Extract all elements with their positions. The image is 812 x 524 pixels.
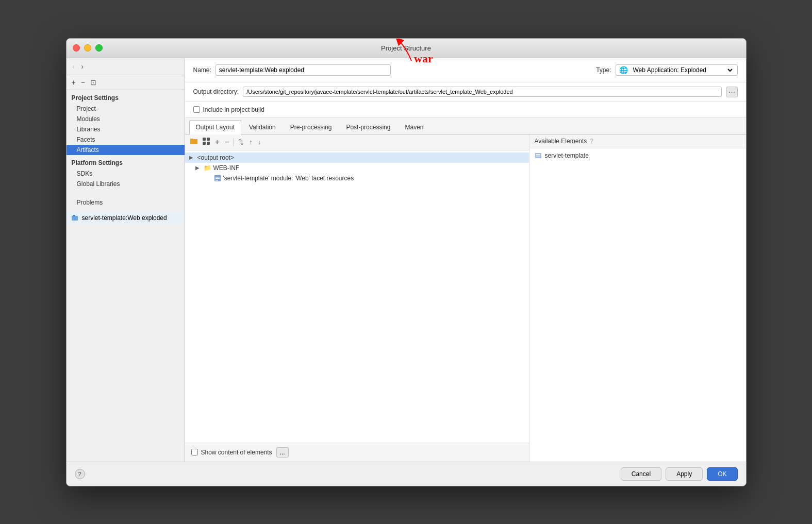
root-item-label: <output root> [197,154,234,161]
svg-rect-2 [203,138,206,141]
tab-output-layout[interactable]: Output Layout [189,120,241,134]
svg-rect-3 [207,138,210,141]
facet-resources-label: 'servlet-template' module: 'Web' facet r… [223,175,354,182]
ok-button[interactable]: OK [707,467,737,481]
window-title: Project Structure [381,44,431,52]
available-help-icon: ? [590,138,593,145]
main-content: ‹ › + − ⊡ Project Settings Project Modul… [67,58,746,462]
minimize-button[interactable] [84,44,91,52]
facet-resources-item[interactable]: 'servlet-template' module: 'Web' facet r… [185,173,529,183]
svg-rect-11 [536,154,540,155]
svg-rect-0 [72,216,78,221]
forward-button[interactable]: › [79,61,86,72]
apply-button[interactable]: Apply [666,467,703,481]
output-dir-bar: Output directory: ⋯ [185,82,746,102]
back-button[interactable]: ‹ [71,61,77,72]
show-content-label: Show content of elements [201,449,272,456]
right-panel: Name: Type: 🌐 Web Application: Exploded … [185,58,746,462]
show-content-wrapper: Show content of elements [191,449,272,456]
cancel-button[interactable]: Cancel [621,467,661,481]
remove-item-button[interactable]: − [79,77,87,88]
output-up-button[interactable]: ↑ [247,137,255,147]
output-tree-toolbar: + − ⇅ ↑ ↓ [185,134,529,150]
tab-maven[interactable]: Maven [398,120,430,134]
footer-left: ? [75,469,85,479]
project-settings-header: Project Settings [67,90,185,104]
svg-rect-5 [207,142,210,145]
output-down-button[interactable]: ↓ [256,137,263,147]
sidebar-item-problems[interactable]: Problems [67,197,185,208]
footer-right: Cancel Apply OK [621,467,738,481]
svg-rect-1 [73,215,75,216]
web-app-icon: 🌐 [619,66,628,74]
webinf-expand-arrow: ▶ [195,165,202,171]
output-dir-browse-button[interactable]: ⋯ [726,87,738,97]
output-dir-input[interactable] [243,87,721,97]
name-input[interactable] [216,64,391,76]
type-label: Type: [596,66,611,74]
available-item-servlet-template[interactable]: servlet-template [529,150,746,161]
svg-rect-9 [216,180,218,181]
svg-rect-8 [216,178,220,179]
output-folder-button[interactable] [188,137,200,147]
output-sort-button[interactable]: ⇅ [236,137,246,147]
window-controls [73,44,103,52]
module-icon [535,152,542,159]
artifact-header: Name: Type: 🌐 Web Application: Exploded [185,58,746,82]
sidebar-item-global-libraries[interactable]: Global Libraries [67,179,185,189]
svg-rect-4 [203,142,206,145]
output-remove-button[interactable]: − [223,137,231,148]
available-tree: servlet-template [529,148,746,462]
copy-item-button[interactable]: ⊡ [88,77,98,88]
web-inf-item[interactable]: ▶ 📁 WEB-INF [185,163,529,173]
titlebar: Project Structure war [67,39,746,58]
type-field-group: Type: 🌐 Web Application: Exploded [596,64,737,76]
available-elements-label: Available Elements [535,138,587,145]
tab-validation[interactable]: Validation [242,120,283,134]
output-add-button[interactable]: + [213,137,222,148]
webinf-label: WEB-INF [213,164,240,172]
output-dir-label: Output directory: [193,88,239,95]
artifact-icon [71,214,79,222]
dialog-footer: ? Cancel Apply OK [67,462,746,486]
bottom-footer: Show content of elements ... [185,443,529,462]
sidebar-item-facets[interactable]: Facets [67,134,185,145]
sidebar-item-project[interactable]: Project [67,104,185,114]
sidebar-tree: Project Settings Project Modules Librari… [67,90,185,462]
sidebar-item-sdks[interactable]: SDKs [67,168,185,179]
main-window: Project Structure war ‹ › [66,38,747,486]
tab-post-processing[interactable]: Post-processing [339,120,397,134]
show-content-checkbox[interactable] [191,449,198,455]
svg-rect-12 [536,156,540,157]
webinf-folder-icon: 📁 [204,164,211,172]
maximize-button[interactable] [95,44,103,52]
output-area: + − ⇅ ↑ ↓ ▶ <output root> [185,134,746,462]
help-button[interactable]: ? [75,469,85,479]
include-build-row: Include in project build [185,102,746,118]
available-elements-panel: Available Elements ? servlet-template [529,134,746,462]
facet-file-icon [214,175,221,182]
sidebar-item-libraries[interactable]: Libraries [67,124,185,134]
close-button[interactable] [73,44,80,52]
output-layout-button[interactable] [201,137,212,147]
available-item-label: servlet-template [545,152,589,159]
ellipsis-button[interactable]: ... [276,447,289,458]
root-expand-arrow: ▶ [189,155,195,160]
sidebar-item-artifacts[interactable]: Artifacts [67,145,185,155]
type-select-wrapper: 🌐 Web Application: Exploded [616,64,738,76]
output-root-item[interactable]: ▶ <output root> [185,153,529,163]
sidebar-item-modules[interactable]: Modules [67,114,185,124]
include-build-label: Include in project build [203,106,264,113]
sidebar: ‹ › + − ⊡ Project Settings Project Modul… [67,58,185,462]
type-select[interactable]: Web Application: Exploded [631,66,734,74]
artifact-entry-label: servlet-template:Web exploded [82,214,167,222]
artifact-entry[interactable]: servlet-template:Web exploded [67,212,185,224]
include-build-checkbox-wrapper: Include in project build [193,106,264,113]
tab-pre-processing[interactable]: Pre-processing [284,120,339,134]
output-tree: ▶ <output root> ▶ 📁 WEB-INF [185,150,529,443]
include-build-checkbox[interactable] [193,106,200,113]
add-item-button[interactable]: + [70,77,78,88]
sidebar-nav: ‹ › [67,58,185,75]
svg-rect-7 [216,177,220,178]
available-elements-header: Available Elements ? [529,134,746,148]
